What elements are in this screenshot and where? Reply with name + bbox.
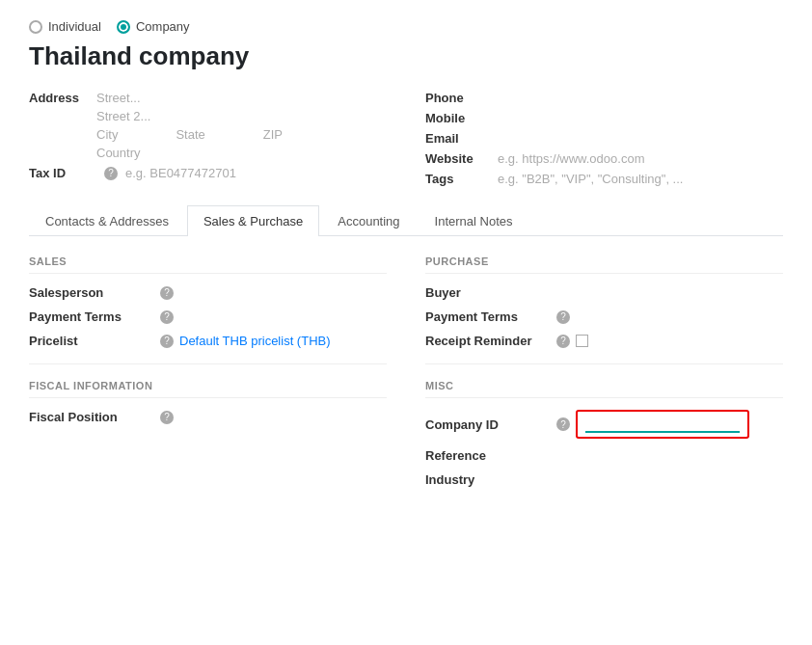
salesperson-row: Salesperson ? [29, 285, 387, 300]
address-row: Address Street... Street 2... City State… [29, 91, 387, 160]
website-field[interactable]: e.g. https://www.odoo.com [498, 151, 644, 166]
individual-option[interactable]: Individual [29, 19, 101, 34]
divider-misc [425, 363, 783, 364]
pricelist-help[interactable]: ? [160, 335, 174, 348]
tags-field[interactable]: e.g. "B2B", "VIP", "Consulting", ... [498, 172, 683, 186]
right-panel: PURCHASE Buyer Payment Terms ? Receipt R… [425, 255, 783, 497]
address-label: Address [29, 91, 96, 105]
company-id-row: Company ID ? [425, 410, 783, 439]
fiscal-position-row: Fiscal Position ? [29, 410, 387, 424]
purchase-payment-terms-row: Payment Terms ? [425, 309, 783, 324]
street-field[interactable]: Street... [96, 91, 283, 105]
misc-section-title: MISC [425, 380, 783, 398]
pricelist-row: Pricelist ? Default THB pricelist (THB) [29, 334, 387, 348]
reference-label: Reference [425, 448, 551, 463]
tab-content: SALES Salesperson ? Payment Terms ? Pric… [29, 255, 783, 497]
tax-id-label: Tax ID [29, 166, 96, 180]
tab-internal-notes[interactable]: Internal Notes [419, 205, 529, 236]
website-label: Website [425, 151, 488, 166]
company-label: Company [136, 19, 190, 34]
tax-id-field[interactable]: e.g. BE0477472701 [125, 166, 236, 180]
radio-group: Individual Company [29, 19, 783, 34]
contact-section: Phone Mobile Email Website e.g. https://… [425, 91, 783, 186]
payment-terms-help[interactable]: ? [160, 310, 174, 324]
tab-bar: Contacts & Addresses Sales & Purchase Ac… [29, 205, 783, 236]
buyer-label: Buyer [425, 285, 551, 300]
company-id-input[interactable] [585, 417, 740, 433]
company-option[interactable]: Company [117, 19, 190, 34]
email-label: Email [425, 131, 488, 146]
divider-fiscal [29, 363, 387, 364]
industry-row: Industry [425, 472, 783, 487]
reference-row: Reference [425, 448, 783, 463]
phone-row: Phone [425, 91, 783, 105]
fiscal-section-title: FISCAL INFORMATION [29, 380, 387, 398]
purchase-section-title: PURCHASE [425, 255, 783, 274]
receipt-reminder-label: Receipt Reminder [425, 334, 551, 348]
salesperson-label: Salesperson [29, 285, 154, 300]
website-row: Website e.g. https://www.odoo.com [425, 151, 783, 166]
buyer-row: Buyer [425, 285, 783, 300]
main-form: Address Street... Street 2... City State… [29, 91, 783, 186]
tags-row: Tags e.g. "B2B", "VIP", "Consulting", ..… [425, 172, 783, 186]
mobile-label: Mobile [425, 111, 488, 125]
individual-radio[interactable] [29, 20, 42, 34]
purchase-payment-terms-label: Payment Terms [425, 309, 551, 324]
receipt-reminder-help[interactable]: ? [556, 335, 570, 348]
receipt-reminder-row: Receipt Reminder ? [425, 334, 783, 348]
payment-terms-label: Payment Terms [29, 309, 154, 324]
page-title: Thailand company [29, 41, 783, 71]
address-block: Street... Street 2... City State ZIP Cou… [96, 91, 283, 160]
sales-section-title: SALES [29, 255, 387, 274]
fiscal-position-label: Fiscal Position [29, 410, 154, 424]
tags-label: Tags [425, 172, 488, 186]
phone-label: Phone [425, 91, 488, 105]
email-row: Email [425, 131, 783, 146]
company-id-help[interactable]: ? [556, 417, 570, 431]
individual-label: Individual [48, 19, 101, 34]
tab-contacts[interactable]: Contacts & Addresses [29, 205, 185, 236]
city-field[interactable]: City [96, 127, 118, 142]
purchase-payment-terms-help[interactable]: ? [556, 310, 570, 324]
country-field[interactable]: Country [96, 146, 283, 160]
pricelist-value[interactable]: Default THB pricelist (THB) [179, 334, 331, 348]
company-radio[interactable] [117, 20, 130, 34]
street2-field[interactable]: Street 2... [96, 109, 283, 123]
industry-label: Industry [425, 472, 551, 487]
salesperson-help[interactable]: ? [160, 286, 174, 300]
mobile-row: Mobile [425, 111, 783, 125]
tax-id-help[interactable]: ? [104, 167, 118, 180]
left-panel: SALES Salesperson ? Payment Terms ? Pric… [29, 255, 387, 497]
address-sub: City State ZIP [96, 127, 283, 142]
receipt-reminder-checkbox[interactable] [576, 335, 588, 347]
pricelist-label: Pricelist [29, 334, 154, 348]
tab-accounting[interactable]: Accounting [321, 205, 416, 236]
fiscal-position-help[interactable]: ? [160, 411, 174, 424]
payment-terms-row: Payment Terms ? [29, 309, 387, 324]
tab-sales-purchase[interactable]: Sales & Purchase [187, 205, 319, 236]
address-section: Address Street... Street 2... City State… [29, 91, 387, 186]
company-id-label: Company ID [425, 417, 551, 432]
state-field[interactable]: State [176, 127, 204, 142]
tax-row: Tax ID ? e.g. BE0477472701 [29, 166, 387, 180]
zip-field[interactable]: ZIP [263, 127, 283, 142]
company-id-highlighted [576, 410, 749, 439]
